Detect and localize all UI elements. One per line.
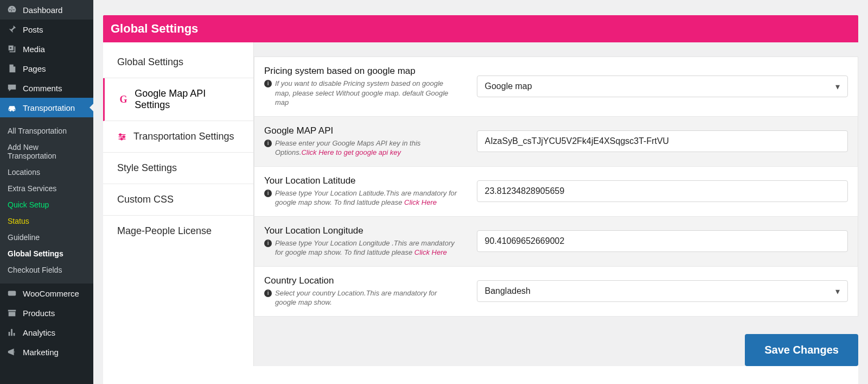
sidebar-sub-quick-setup[interactable]: Quick Setup [0, 197, 93, 213]
field-label: Your Location Latitude [264, 175, 457, 186]
info-icon: i [264, 140, 272, 147]
sidebar-item-analytics[interactable]: Analytics [0, 323, 93, 342]
field-label: Country Location [264, 275, 457, 286]
field-help: i Please enter your Google Maps API key … [264, 139, 457, 158]
pin-icon [7, 24, 17, 34]
sidebar-label: Dashboard [23, 5, 62, 15]
gauge-icon [7, 5, 17, 15]
sidebar-sub-guideline[interactable]: Guideline [0, 229, 93, 245]
save-button[interactable]: Save Changes [745, 334, 858, 366]
country-select[interactable]: Bangladesh ▾ [477, 280, 848, 302]
info-icon: i [264, 289, 272, 297]
bars-icon [7, 328, 17, 337]
svg-point-3 [121, 138, 123, 140]
sidebar-item-pages[interactable]: Pages [0, 59, 93, 78]
sidebar-item-woocommerce[interactable]: WooCommerce [0, 284, 93, 303]
sidebar-submenu: All Transportation Add New Transportatio… [0, 117, 93, 284]
media-icon [7, 44, 17, 54]
woo-icon [7, 288, 17, 298]
info-icon: i [264, 240, 272, 247]
field-help: i If you want to disable Pricing system … [264, 79, 457, 108]
sidebar-item-marketing[interactable]: Marketing [0, 342, 93, 362]
select-value: Bangladesh [485, 286, 531, 296]
tab-label: Mage-People License [117, 225, 212, 237]
field-help: i Please type Your Location Longitude .T… [264, 238, 457, 257]
sidebar-label: Marketing [23, 348, 59, 357]
sidebar-item-comments[interactable]: Comments [0, 78, 93, 98]
row-api-key: Google MAP API i Please enter your Googl… [254, 116, 858, 166]
field-label: Google MAP API [264, 125, 457, 136]
svg-point-2 [123, 136, 125, 137]
sidebar-item-dashboard[interactable]: Dashboard [0, 0, 93, 20]
longitude-input[interactable] [477, 230, 848, 252]
tab-custom-css[interactable]: Custom CSS [103, 184, 253, 216]
tab-label: Global Settings [117, 56, 183, 68]
tab-google-map-api[interactable]: G Google Map API Settings [103, 78, 253, 121]
pages-icon [7, 64, 17, 73]
svg-rect-0 [8, 291, 16, 296]
sidebar-label: Products [23, 309, 55, 318]
tab-label: Custom CSS [117, 194, 174, 205]
svg-point-1 [119, 134, 121, 135]
sidebar-label: Comments [23, 84, 62, 93]
info-icon: i [264, 80, 272, 87]
field-help: i Please type Your Location Latitude.Thi… [264, 188, 457, 207]
tab-license[interactable]: Mage-People License [103, 216, 253, 247]
tab-label: Google Map API Settings [135, 88, 239, 111]
sidebar-sub-global-settings[interactable]: Global Settings [0, 245, 93, 262]
sidebar-sub-locations[interactable]: Locations [0, 164, 93, 180]
sidebar-label: Posts [23, 25, 43, 34]
sidebar-label: Transportation [23, 103, 75, 112]
pricing-system-select[interactable]: Google map ▾ [477, 75, 848, 97]
sidebar-label: Pages [23, 64, 46, 73]
api-key-help-link[interactable]: Click Here to get google api key [301, 148, 401, 156]
field-help: i Select your country Location.This are … [264, 288, 457, 307]
settings-panel: Global Settings G Google Map API Setting… [103, 42, 858, 384]
tab-label: Transportation Settings [133, 131, 234, 142]
main-content: Global Settings Global Settings G Google… [93, 0, 868, 384]
latitude-help-link[interactable]: Click Here [404, 198, 437, 206]
tab-global-settings[interactable]: Global Settings [103, 53, 253, 78]
chevron-down-icon: ▾ [835, 286, 840, 297]
sidebar-sub-all-transportation[interactable]: All Transportation [0, 123, 93, 139]
sidebar-item-products[interactable]: Products [0, 303, 93, 323]
settings-tabs: Global Settings G Google Map API Setting… [103, 42, 254, 366]
tab-style-settings[interactable]: Style Settings [103, 153, 253, 184]
google-g-icon: G [119, 94, 128, 105]
api-key-input[interactable] [477, 130, 848, 152]
car-icon [7, 103, 17, 112]
field-label: Your Location Longitude [264, 225, 457, 236]
sidebar-label: WooCommerce [23, 289, 79, 298]
info-icon: i [264, 190, 272, 197]
megaphone-icon [7, 347, 17, 357]
archive-icon [7, 308, 17, 318]
comment-icon [7, 83, 17, 93]
sidebar-item-posts[interactable]: Posts [0, 20, 93, 39]
sidebar-sub-status[interactable]: Status [0, 213, 93, 229]
sliders-icon [117, 133, 127, 141]
settings-table: Pricing system based on google map i If … [254, 56, 858, 317]
sidebar-sub-extra-services[interactable]: Extra Services [0, 180, 93, 197]
select-value: Google map [485, 81, 532, 91]
sidebar-item-media[interactable]: Media [0, 39, 93, 59]
admin-sidebar: Dashboard Posts Media Pages Comments Tra… [0, 0, 93, 384]
chevron-down-icon: ▾ [835, 81, 840, 92]
tab-label: Style Settings [117, 162, 177, 174]
page-title: Global Settings [103, 15, 858, 42]
sidebar-sub-add-new[interactable]: Add New Transportation [0, 139, 93, 164]
latitude-input[interactable] [477, 180, 848, 202]
sidebar-label: Analytics [23, 328, 55, 337]
row-latitude: Your Location Latitude i Please type You… [254, 166, 858, 216]
row-country: Country Location i Select your country L… [254, 266, 858, 316]
tab-transportation-settings[interactable]: Transportation Settings [103, 121, 253, 153]
sidebar-item-transportation[interactable]: Transportation [0, 98, 93, 117]
sidebar-label: Media [23, 45, 45, 54]
row-pricing-system: Pricing system based on google map i If … [254, 57, 858, 117]
field-label: Pricing system based on google map [264, 66, 457, 77]
settings-form: Pricing system based on google map i If … [254, 42, 858, 366]
longitude-help-link[interactable]: Click Here [414, 248, 447, 256]
row-longitude: Your Location Longitude i Please type Yo… [254, 216, 858, 266]
save-row: Save Changes [254, 334, 858, 366]
sidebar-sub-checkout-fields[interactable]: Checkout Fields [0, 262, 93, 278]
